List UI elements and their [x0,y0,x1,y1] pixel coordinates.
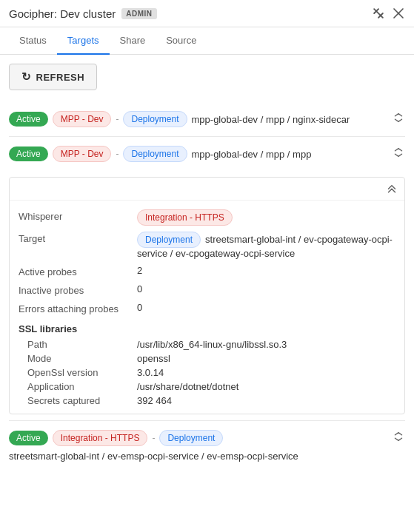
window-title: Gocipher: Dev cluster [9,7,116,20]
whisperer-label: Whisperer [19,209,137,222]
type-badge-2: Deployment [123,146,187,162]
detail-header [10,178,404,201]
target-path-2: mpp-global-dev / mpp / mpp [192,149,312,160]
target-path-1: mpp-global-dev / mpp / nginx-sidecar [192,114,350,125]
ssl-title: SSL libraries [19,320,395,337]
detail-row-inactive-probes: Inactive probes 0 [19,280,395,299]
target-type-badge: Deployment [137,232,201,248]
ssl-openssl-label: OpenSsl version [27,367,137,378]
tab-targets[interactable]: Targets [57,27,110,55]
target-row-bottom: Active Integration - HTTPS - Deployment … [9,420,405,471]
close-button[interactable] [392,7,405,20]
ssl-app-label: Application [27,381,137,392]
ssl-mode-label: Mode [27,353,137,364]
expand-icon-2[interactable] [392,146,405,162]
ssl-path-value: /usr/lib/x86_64-linux-gnu/libssl.so.3 [137,339,287,350]
refresh-label: REFRESH [36,72,85,83]
ssl-section: SSL libraries Path /usr/lib/x86_64-linux… [19,320,395,408]
collapse-icon[interactable] [385,181,398,197]
ssl-row-mode: Mode openssl [27,351,395,366]
errors-value: 0 [137,302,395,313]
name-badge-1: MPP - Dev [53,111,112,127]
detail-row-errors: Errors attaching probes 0 [19,299,395,317]
detail-row-target: Target Deploymentstreetsmart-global-int … [19,229,395,262]
separator-1: - [116,114,118,124]
admin-badge: ADMIN [121,8,156,19]
bottom-row-content: Active Integration - HTTPS - Deployment … [9,430,387,462]
whisperer-value: Integration - HTTPS [137,209,395,226]
tab-bar: Status Targets Share Source [0,27,414,55]
detail-row-active-probes: Active probes 2 [19,262,395,280]
detail-rows: Whisperer Integration - HTTPS Target Dep… [10,201,404,414]
ssl-row-openssl-version: OpenSsl version 3.0.14 [27,366,395,380]
title-icons [371,6,405,21]
status-badge-2: Active [9,147,48,161]
type-badge-1: Deployment [123,111,187,127]
active-probes-label: Active probes [19,265,137,277]
ssl-app-value: /usr/share/dotnet/dotnet [137,381,238,392]
status-badge-1: Active [9,112,48,127]
target-value: Deploymentstreetsmart-global-int / ev-cp… [137,232,395,259]
refresh-icon: ↻ [21,70,32,84]
tab-status[interactable]: Status [9,27,57,55]
bottom-type-badge: Deployment [159,430,223,446]
active-probes-value: 2 [137,265,395,276]
title-bar: Gocipher: Dev cluster ADMIN [0,0,414,27]
ssl-openssl-value: 3.0.14 [137,367,164,378]
ssl-mode-value: openssl [137,353,170,364]
target-row-1: Active MPP - Dev - Deployment mpp-global… [9,102,405,136]
ssl-path-label: Path [27,339,137,350]
expand-icon-bottom[interactable] [392,430,405,446]
ssl-row-secrets: Secrets captured 392 464 [27,394,395,408]
tab-source[interactable]: Source [156,27,207,55]
bottom-dash: - [152,433,155,443]
separator-2: - [116,149,118,159]
ssl-row-application: Application /usr/share/dotnet/dotnet [27,380,395,394]
ssl-secrets-value: 392 464 [137,395,172,406]
name-badge-2: MPP - Dev [53,146,112,162]
inactive-probes-label: Inactive probes [19,283,137,296]
bottom-name-badge: Integration - HTTPS [53,430,148,446]
inactive-probes-value: 0 [137,283,395,294]
whisperer-badge: Integration - HTTPS [137,209,233,226]
ssl-rows: Path /usr/lib/x86_64-linux-gnu/libssl.so… [19,337,395,408]
target-label: Target [19,232,137,244]
errors-label: Errors attaching probes [19,302,137,314]
svg-line-0 [374,9,383,18]
ssl-secrets-label: Secrets captured [27,395,137,406]
expand-icon-1[interactable] [392,111,405,127]
target-row-2: Active MPP - Dev - Deployment mpp-global… [9,136,405,171]
pin-button[interactable] [371,6,386,21]
detail-panel: Whisperer Integration - HTTPS Target Dep… [9,177,405,414]
ssl-row-path: Path /usr/lib/x86_64-linux-gnu/libssl.so… [27,337,395,351]
bottom-target-path: streetsmart-global-int / ev-emsp-ocpi-se… [9,451,298,462]
main-content: ↻ REFRESH Active MPP - Dev - Deployment … [0,55,414,479]
refresh-button[interactable]: ↻ REFRESH [9,64,97,90]
detail-row-whisperer: Whisperer Integration - HTTPS [19,206,395,229]
bottom-status-badge: Active [9,431,48,445]
tab-share[interactable]: Share [110,27,156,55]
